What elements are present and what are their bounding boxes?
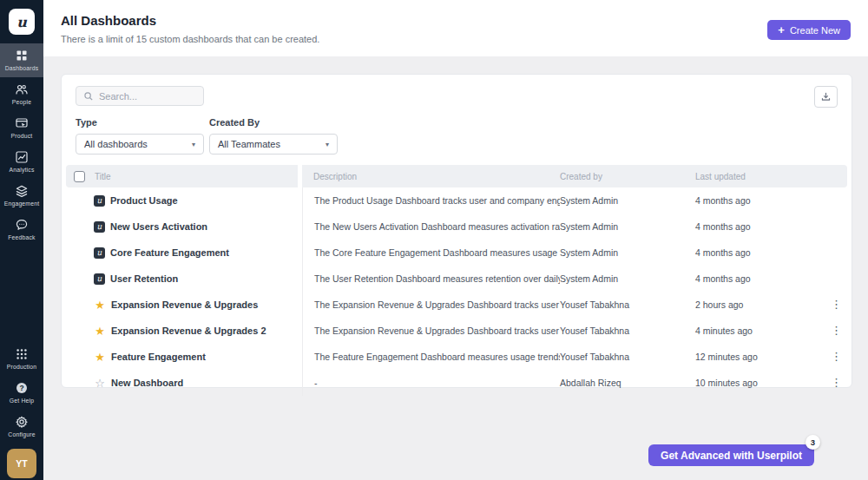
- page-title: All Dashboards: [61, 13, 156, 28]
- chevron-down-icon: ▾: [326, 141, 329, 148]
- column-description: Description: [313, 172, 357, 181]
- cta-wrap: Get Advanced with Userpilot 3: [648, 444, 814, 466]
- table-header: Title Description Created by Last update…: [66, 165, 847, 187]
- row-menu-button[interactable]: ⋮: [825, 377, 847, 389]
- row-created-by: System Admin: [560, 273, 695, 284]
- row-title[interactable]: New Dashboard: [111, 378, 183, 388]
- sidebar-item-label: Analytics: [10, 167, 35, 173]
- row-created-by: Yousef Tabakhna: [560, 299, 695, 310]
- sidebar-nav-top: Dashboards People Product Analytics Enga…: [0, 43, 43, 247]
- row-description: The Core Feature Engagement Dashboard me…: [302, 240, 560, 266]
- table-row[interactable]: u New Users Activation The New Users Act…: [66, 214, 847, 240]
- chevron-down-icon: ▾: [192, 141, 195, 148]
- sidebar-item-label: Feedback: [8, 234, 35, 240]
- row-description: The Expansion Revenue & Upgrades Dashboa…: [302, 318, 560, 344]
- logo-wrap: u: [9, 0, 35, 43]
- table-row[interactable]: u User Retention The User Retention Dash…: [66, 266, 847, 292]
- row-menu-button[interactable]: ⋮: [825, 325, 847, 337]
- sidebar-item-configure[interactable]: Configure: [0, 410, 43, 444]
- cta-notification-badge: 3: [806, 435, 820, 450]
- row-title[interactable]: Feature Engagement: [111, 352, 206, 362]
- select-all-checkbox[interactable]: [74, 171, 85, 182]
- feedback-icon: [15, 218, 29, 232]
- product-icon: [15, 116, 29, 130]
- row-created-by: Yousef Tabakhna: [560, 325, 695, 336]
- row-title[interactable]: Expansion Revenue & Upgrades: [111, 299, 258, 310]
- sidebar-item-label: Engagement: [4, 201, 40, 207]
- sidebar-item-label: Production: [7, 364, 37, 370]
- sidebar-item-get-help[interactable]: ? Get Help: [0, 376, 43, 410]
- help-icon: ?: [15, 381, 29, 395]
- sidebar-item-engagement[interactable]: Engagement: [0, 179, 43, 213]
- row-last-updated: 4 months ago: [695, 195, 825, 206]
- sidebar-nav-bottom: Production ? Get Help Configure: [0, 342, 43, 444]
- row-last-updated: 12 minutes ago: [695, 352, 825, 362]
- export-button[interactable]: [814, 86, 838, 108]
- sidebar: u Dashboards People Product Analytics En…: [0, 0, 43, 480]
- column-last-updated: Last updated: [695, 172, 746, 181]
- sidebar-item-product[interactable]: Product: [0, 111, 43, 145]
- sidebar-item-label: People: [12, 99, 31, 105]
- row-last-updated: 4 minutes ago: [695, 325, 825, 336]
- type-filter-dropdown[interactable]: All dashboards ▾: [76, 134, 204, 155]
- dashboards-icon: [15, 49, 29, 62]
- sidebar-item-production[interactable]: Production: [0, 342, 43, 376]
- sidebar-item-people[interactable]: People: [0, 77, 43, 111]
- engagement-icon: [15, 184, 29, 198]
- page-subtitle: There is a limit of 15 custom dashboards…: [61, 34, 319, 44]
- topbar: All Dashboards There is a limit of 15 cu…: [43, 0, 868, 56]
- row-title[interactable]: Core Feature Engagement: [110, 247, 229, 258]
- sidebar-item-analytics[interactable]: Analytics: [0, 145, 43, 179]
- row-description: The New Users Activation Dashboard measu…: [302, 214, 560, 240]
- userpilot-logo[interactable]: u: [9, 9, 35, 35]
- row-created-by: System Admin: [560, 221, 695, 232]
- star-outline-icon: ☆: [94, 378, 106, 389]
- type-filter-label: Type: [76, 117, 204, 128]
- row-description: The User Retention Dashboard measures re…: [302, 266, 560, 292]
- star-icon: ★: [94, 299, 106, 311]
- userpilot-badge-icon: u: [94, 273, 105, 285]
- dashboards-card: Type All dashboards ▾ Created By All Tea…: [61, 74, 852, 388]
- analytics-icon: [15, 150, 29, 164]
- created-by-filter-label: Created By: [209, 117, 338, 128]
- row-title[interactable]: User Retention: [110, 273, 178, 284]
- star-icon: ★: [94, 352, 106, 363]
- table-body: u Product Usage The Product Usage Dashbo…: [66, 187, 847, 396]
- plus-icon: +: [778, 24, 785, 36]
- star-icon: ★: [94, 325, 106, 337]
- created-by-filter-dropdown[interactable]: All Teammates ▾: [209, 134, 338, 155]
- table-row[interactable]: ☆ New Dashboard - Abdallah Rizeq 10 minu…: [66, 370, 847, 396]
- row-last-updated: 4 months ago: [695, 273, 825, 284]
- type-filter-value: All dashboards: [84, 139, 148, 149]
- sidebar-item-label: Dashboards: [5, 65, 39, 71]
- create-new-button[interactable]: + Create New: [767, 20, 851, 40]
- app-root: u Dashboards People Product Analytics En…: [0, 0, 868, 480]
- configure-icon: [15, 415, 29, 429]
- column-title: Title: [95, 172, 111, 181]
- row-title[interactable]: Product Usage: [110, 195, 178, 206]
- table-row[interactable]: ★ Expansion Revenue & Upgrades 2 The Exp…: [66, 318, 847, 344]
- row-menu-button[interactable]: ⋮: [825, 299, 847, 311]
- table-row[interactable]: u Product Usage The Product Usage Dashbo…: [66, 187, 847, 214]
- row-menu-button[interactable]: ⋮: [825, 351, 847, 363]
- table-row[interactable]: ★ Feature Engagement The Feature Engagem…: [66, 344, 847, 370]
- dashboards-table: Title Description Created by Last update…: [66, 165, 847, 396]
- row-title[interactable]: Expansion Revenue & Upgrades 2: [111, 325, 266, 336]
- sidebar-item-dashboards[interactable]: Dashboards: [0, 43, 43, 77]
- created-by-filter-value: All Teammates: [218, 139, 280, 149]
- row-title[interactable]: New Users Activation: [110, 221, 207, 232]
- sidebar-item-feedback[interactable]: Feedback: [0, 213, 43, 247]
- user-avatar[interactable]: YT: [7, 449, 36, 478]
- sidebar-item-label: Product: [11, 133, 33, 139]
- row-description: The Feature Engagement Dashboard measure…: [302, 344, 560, 370]
- search-input[interactable]: [99, 91, 196, 102]
- userpilot-badge-icon: u: [94, 195, 105, 207]
- table-row[interactable]: u Core Feature Engagement The Core Featu…: [66, 240, 847, 266]
- row-created-by: Abdallah Rizeq: [560, 378, 695, 388]
- row-created-by: System Admin: [560, 247, 695, 258]
- table-row[interactable]: ★ Expansion Revenue & Upgrades The Expan…: [66, 292, 847, 318]
- sidebar-item-label: Get Help: [10, 398, 34, 404]
- get-advanced-button[interactable]: Get Advanced with Userpilot: [648, 444, 814, 466]
- userpilot-badge-icon: u: [94, 221, 105, 233]
- download-icon: [820, 91, 832, 102]
